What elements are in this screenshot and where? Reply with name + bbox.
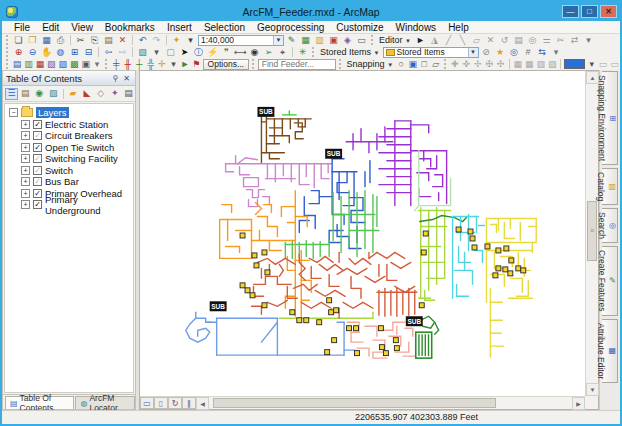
menu-windows[interactable]: Windows — [390, 22, 443, 33]
horizontal-scroll-thumb[interactable] — [213, 398, 496, 408]
snapping-menu[interactable]: Snapping ▼ — [345, 59, 396, 69]
arctoolbox-icon[interactable]: ▣ — [327, 34, 340, 46]
open-tie-switch-marker[interactable] — [419, 303, 424, 308]
feeder-highlight-icon[interactable]: ╬ — [145, 58, 155, 70]
toc-options-icon[interactable]: ▤ — [122, 88, 135, 100]
refresh-view-button[interactable]: ↻ — [168, 397, 182, 409]
forward-extent-icon[interactable]: ⇨ — [116, 46, 129, 58]
open-tie-switch-marker[interactable] — [265, 270, 270, 275]
endpoint-arc-icon[interactable]: ╲ — [456, 34, 469, 46]
open-tie-switch-marker[interactable] — [240, 233, 245, 238]
cut-polygons-icon[interactable]: ✂ — [554, 34, 567, 46]
collapse-icon[interactable]: − — [9, 108, 18, 117]
open-tie-switch-marker[interactable] — [521, 268, 526, 273]
open-tie-switch-marker[interactable] — [383, 351, 388, 356]
scroll-right-icon[interactable]: ▶ — [572, 397, 585, 410]
snapping-environment-tab[interactable]: ⊞Snapping Environment — [602, 71, 618, 165]
go-to-xy-icon[interactable]: ⌖ — [276, 46, 289, 58]
toc-visible-icon[interactable]: ◇ — [94, 88, 107, 100]
attribute-editor-tab[interactable]: ▦Attribute Editor — [602, 319, 618, 383]
model-builder-icon[interactable]: ◈ — [341, 34, 354, 46]
layer-checkbox[interactable]: ✓ — [33, 143, 42, 152]
layer-row-electric-station[interactable]: +✓Electric Station — [5, 119, 133, 131]
open-tie-switch-marker[interactable] — [503, 267, 508, 272]
stored-favorites-icon[interactable]: ★ — [494, 46, 507, 58]
list-by-source-icon[interactable]: ▤ — [19, 88, 32, 100]
menu-geoprocessing[interactable]: Geoprocessing — [251, 22, 330, 33]
select-features-icon[interactable]: ▧ — [136, 46, 149, 58]
open-table-icon[interactable]: ▦ — [299, 34, 312, 46]
toc-filter-icon[interactable]: ◣ — [80, 88, 93, 100]
toc-effects-icon[interactable]: ✦ — [108, 88, 121, 100]
zoom-in-icon[interactable]: ⊕ — [12, 46, 25, 58]
snap-end-icon[interactable]: ▣ — [408, 58, 418, 70]
open-tie-switch-marker[interactable] — [252, 253, 257, 258]
fixed-zoom-in-icon[interactable]: ⊞ — [68, 46, 81, 58]
open-tie-switch-marker[interactable] — [516, 266, 521, 271]
minimize-button[interactable]: — — [562, 5, 579, 18]
layer-row-primary-underground[interactable]: +✓Primary Underground — [5, 199, 133, 211]
feeder-multi-icon[interactable]: ✛ — [157, 58, 167, 70]
toolbar-grip[interactable] — [339, 59, 342, 69]
menu-file[interactable]: File — [8, 22, 36, 33]
open-tie-switch-marker[interactable] — [421, 250, 426, 255]
map-scale-combo[interactable]: 1:40,000▼ — [198, 35, 284, 46]
menu-bookmarks[interactable]: Bookmarks — [99, 22, 161, 33]
list-by-visibility-icon[interactable]: ◉ — [33, 88, 46, 100]
back-extent-icon[interactable]: ⇦ — [102, 46, 115, 58]
full-extent-icon[interactable]: ◍ — [54, 46, 67, 58]
stored-link-icon[interactable]: ⇆ — [536, 46, 549, 58]
rotate-tool-icon[interactable]: ↺ — [498, 34, 511, 46]
trace-save-icon[interactable]: ▭ — [609, 58, 619, 70]
toolbar-grip[interactable] — [6, 47, 9, 57]
snap-edge-icon[interactable]: ▱ — [430, 58, 440, 70]
find-route-icon[interactable]: ➢ — [262, 46, 275, 58]
command-window-icon[interactable]: ▭ — [355, 34, 368, 46]
cut-icon[interactable]: ✂ — [74, 34, 87, 46]
catalog-tab[interactable]: ▥Catalog — [602, 168, 618, 205]
expand-icon[interactable]: + — [21, 189, 30, 198]
snap-point-icon[interactable]: ○ — [396, 58, 406, 70]
open-tie-switch-marker[interactable] — [332, 338, 337, 343]
toc-folder-icon[interactable]: ▰ — [67, 88, 80, 100]
menu-help[interactable]: Help — [442, 22, 475, 33]
stored-items-combo[interactable]: Stored Items▼ — [383, 47, 479, 58]
snap-vertex-icon[interactable]: □ — [419, 58, 429, 70]
toc-header[interactable]: Table Of Contents ⚲✕ — [3, 71, 135, 86]
vertical-scroll-thumb[interactable] — [587, 201, 597, 261]
paste-icon[interactable]: ▤ — [102, 34, 115, 46]
open-tie-switch-marker[interactable] — [470, 236, 475, 241]
layer-row-switch[interactable]: +✓Switch — [5, 165, 133, 177]
split-tool-icon[interactable]: ⚌ — [540, 34, 553, 46]
undo-icon[interactable]: ↶ — [136, 34, 149, 46]
open-tie-switch-marker[interactable] — [354, 326, 359, 331]
open-tie-switch-marker[interactable] — [329, 310, 334, 315]
scroll-left-icon[interactable]: ◀ — [196, 397, 209, 410]
open-tie-switch-marker[interactable] — [240, 283, 245, 288]
open-tie-switch-marker[interactable] — [355, 351, 360, 356]
open-tie-switch-marker[interactable] — [423, 231, 428, 236]
expand-icon[interactable]: + — [21, 200, 30, 209]
clear-selection-icon[interactable]: ▢ — [164, 46, 177, 58]
open-tie-switch-marker[interactable] — [262, 303, 267, 308]
editor-menu[interactable]: Editor ▼ — [377, 35, 413, 45]
arcfm-attribute-viewer-icon[interactable]: ▤ — [12, 58, 22, 70]
trace-task-5-icon[interactable]: ✣ — [495, 58, 505, 70]
trace-segment-icon[interactable]: ▱ — [470, 34, 483, 46]
arcfm-report-icon[interactable]: ▩ — [69, 58, 79, 70]
open-tie-switch-marker[interactable] — [347, 326, 352, 331]
menu-edit[interactable]: Edit — [36, 22, 65, 33]
edit-tool-icon[interactable]: ► — [414, 34, 427, 46]
arcfm-icon[interactable]: ✳ — [296, 46, 309, 58]
open-icon[interactable]: ❐ — [26, 34, 39, 46]
data-view-button[interactable]: ▭ — [140, 397, 154, 409]
close-button[interactable]: ✕ — [600, 5, 617, 18]
select-elements-icon[interactable]: ➤ — [178, 46, 191, 58]
map-canvas[interactable]: SUBSUBSUBSUB — [140, 71, 585, 396]
layer-checkbox[interactable]: ✓ — [33, 200, 42, 209]
toolbar-grip[interactable] — [312, 47, 315, 57]
open-tie-switch-marker[interactable] — [485, 244, 490, 249]
toc-layer-tree[interactable]: −Layers+✓Electric Station+✓Circuit Break… — [4, 103, 134, 393]
layer-checkbox[interactable]: ✓ — [33, 131, 42, 140]
print-icon[interactable]: ⎙ — [54, 34, 67, 46]
